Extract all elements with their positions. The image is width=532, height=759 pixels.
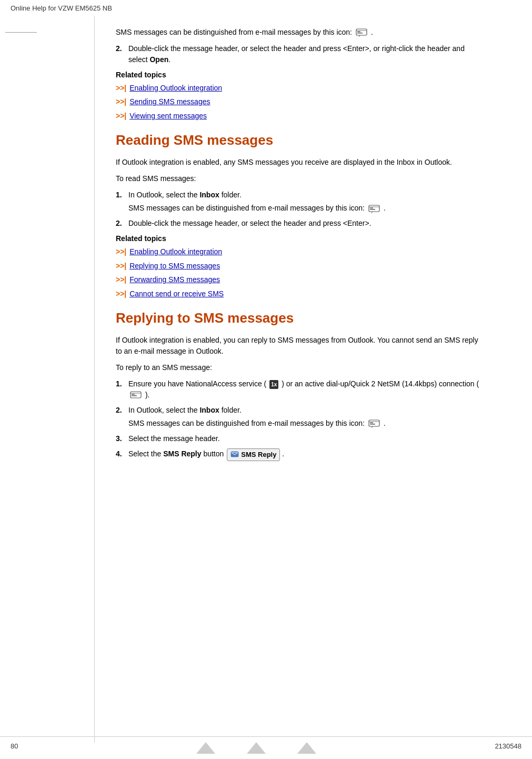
footer-doc-number: 2130548 bbox=[495, 742, 521, 754]
sms-reply-icon bbox=[230, 451, 239, 458]
section1-para2: To read SMS messages: bbox=[116, 173, 484, 184]
page-footer: 80 2130548 bbox=[0, 736, 532, 759]
footer-page-number: 80 bbox=[11, 742, 18, 754]
svg-rect-7 bbox=[370, 207, 373, 208]
s2-step-1: 1. Ensure you have NationalAccess servic… bbox=[116, 378, 484, 401]
intro-para: SMS messages can be distinguished from e… bbox=[116, 27, 484, 38]
main-content: SMS messages can be distinguished from e… bbox=[95, 16, 505, 743]
s2-step-4: 4. Select the SMS Reply button SMS Reply bbox=[116, 448, 484, 461]
section2-heading: Replying to SMS messages bbox=[116, 310, 484, 326]
footer-triangle-1 bbox=[196, 742, 215, 754]
svg-rect-8 bbox=[370, 209, 375, 210]
page-header: Online Help for VZW EM5625 NB bbox=[0, 0, 532, 16]
related-link-1[interactable]: >>| Enabling Outlook integration bbox=[116, 82, 484, 94]
s1-step-1: 1. In Outlook, select the Inbox folder. … bbox=[116, 189, 484, 214]
s1-step1-sub: SMS messages can be distinguished from e… bbox=[128, 203, 484, 214]
s1-related-link-2[interactable]: >>| Replying to SMS messages bbox=[116, 260, 484, 272]
na-icon: 1x bbox=[269, 380, 278, 389]
related-topics-1: Related topics >>| Enabling Outlook inte… bbox=[116, 71, 484, 122]
svg-rect-16 bbox=[370, 423, 373, 424]
related-link-3[interactable]: >>| Viewing sent messages bbox=[116, 110, 484, 122]
sms-reply-button[interactable]: SMS Reply bbox=[227, 448, 280, 461]
section2-para1: If Outlook integration is enabled, you c… bbox=[116, 335, 484, 357]
section1-heading: Reading SMS messages bbox=[116, 132, 484, 148]
sms-icon-3 bbox=[368, 420, 380, 428]
s2-step-2: 2. In Outlook, select the Inbox folder. … bbox=[116, 405, 484, 429]
svg-rect-17 bbox=[370, 424, 375, 425]
section2-para2: To reply to an SMS message: bbox=[116, 362, 484, 373]
footer-triangle-2 bbox=[247, 742, 266, 754]
s1-related-link-1[interactable]: >>| Enabling Outlook integration bbox=[116, 246, 484, 257]
s1-step-2: 2. Double-click the message header, or s… bbox=[116, 218, 484, 229]
section1-para1: If Outlook integration is enabled, any S… bbox=[116, 157, 484, 168]
related-topics-title-2: Related topics bbox=[116, 234, 484, 243]
s1-related-link-4[interactable]: >>| Cannot send or receive SMS bbox=[116, 288, 484, 299]
sms-icon-2 bbox=[368, 205, 380, 213]
dial-icon bbox=[130, 391, 142, 400]
svg-rect-13 bbox=[132, 395, 137, 396]
step-item-2: 2. Double-click the message header, or s… bbox=[116, 43, 484, 65]
svg-rect-12 bbox=[132, 394, 135, 395]
s2-step2-sub: SMS messages can be distinguished from e… bbox=[128, 418, 484, 429]
s1-related-link-3[interactable]: >>| Forwarding SMS messages bbox=[116, 274, 484, 285]
related-link-2[interactable]: >>| Sending SMS messages bbox=[116, 96, 484, 107]
sms-icon-1 bbox=[356, 28, 367, 37]
related-topics-title-1: Related topics bbox=[116, 71, 484, 79]
svg-rect-3 bbox=[357, 33, 363, 34]
left-sidebar bbox=[0, 16, 95, 743]
svg-rect-2 bbox=[357, 32, 360, 33]
header-title: Online Help for VZW EM5625 NB bbox=[11, 4, 112, 12]
related-topics-2: Related topics >>| Enabling Outlook inte… bbox=[116, 234, 484, 299]
footer-triangle-3 bbox=[297, 742, 316, 754]
s2-step-3: 3. Select the message header. bbox=[116, 433, 484, 444]
